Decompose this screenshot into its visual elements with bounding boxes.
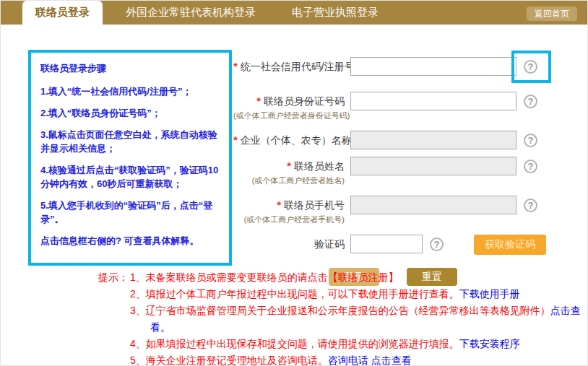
tab-e-license-login[interactable]: 电子营业执照登录	[279, 1, 392, 25]
steps-title: 联络员登录步骤	[40, 61, 220, 75]
enterprise-name-input[interactable]	[350, 131, 516, 149]
top-tab-bar: 联络员登录 外国企业常驻代表机构登录 电子营业执照登录 返回首页	[1, 1, 587, 25]
required-asterisk: *	[233, 134, 238, 146]
notice-item-3: 3、辽宁省市场监督管理局关于企业报送和公示年度报告的公告（经营异常移出等表格见附…	[130, 302, 581, 336]
tab-foreign-enterprise-login[interactable]: 外国企业常驻代表机构登录	[113, 1, 269, 25]
tab-liaison-login[interactable]: 联络员登录	[22, 1, 103, 25]
notice-item-2: 2、填报过个体工商户年报过程中出现问题，可以下载使用手册进行查看。下载使用手册	[130, 286, 581, 302]
id-number-label: 联络员身份证号码	[264, 95, 345, 107]
steps-footer: 点击信息框右侧的? 可查看具体解释。	[40, 234, 220, 248]
help-icon[interactable]: ?	[524, 199, 537, 212]
download-installer-link[interactable]: 下载安装程序	[459, 338, 520, 349]
step-3: 3.鼠标点击页面任意空白处，系统自动核验并显示相关信息；	[40, 128, 220, 155]
id-number-input[interactable]	[350, 92, 516, 110]
notice-item-1: 1、未备案联络员或需要变更联络员的请点击【联络员注册】	[130, 269, 581, 286]
notices-prefix: 提示：	[98, 269, 129, 286]
required-asterisk: *	[256, 95, 261, 107]
step-4: 4.核验通过后点击“获取验证码”，验证码10分钟内有效，60秒后可重新获取；	[40, 163, 220, 191]
enterprise-name-label: 企业（个体、农专）名称	[241, 134, 352, 146]
form-row-enterprise-name: *企业（个体、农专）名称 ?	[233, 131, 584, 149]
help-icon[interactable]: ?	[524, 160, 537, 173]
id-number-sublabel: (或个体工商户经营者身份证号码)	[233, 110, 345, 121]
step-1: 1.填入“统一社会信用代码/注册号”；	[40, 84, 220, 98]
mobile-input[interactable]	[350, 196, 516, 214]
help-icon[interactable]: ?	[430, 238, 444, 251]
captcha-input[interactable]	[350, 235, 423, 253]
login-form: *统一社会信用代码/注册号 ? *联络员身份证号码 (或个体工商户经营者身份证号…	[233, 57, 584, 286]
credit-code-help-highlight: ?	[524, 57, 537, 76]
login-page: 联络员登录 外国企业常驻代表机构登录 电子营业执照登录 返回首页 联络员登录步骤…	[0, 0, 588, 366]
download-manual-link[interactable]: 下载使用手册	[459, 288, 520, 300]
notice-item-4: 4、如果填报过程中出现保存和提交问题，请使用提供的浏览器进行填报。下载安装程序	[130, 336, 581, 352]
contact-name-input[interactable]	[350, 157, 516, 175]
form-row-id-number: *联络员身份证号码 (或个体工商户经营者身份证号码) ?	[233, 92, 584, 121]
contact-name-sublabel: (或个体工商户经营者姓名)	[233, 175, 345, 186]
required-asterisk: *	[277, 199, 281, 211]
mobile-label: 联络员手机号	[284, 199, 345, 211]
help-icon[interactable]: ?	[524, 134, 537, 147]
credit-code-label: 统一社会信用代码/注册号	[241, 61, 355, 72]
notice-item-5: 5、海关企业注册登记受理地址及咨询电话。咨询电话 点击查看	[130, 352, 581, 366]
form-row-credit-code: *统一社会信用代码/注册号 ?	[233, 57, 584, 76]
form-row-captcha: 验证码 ? 获取验证码	[233, 235, 584, 255]
form-row-mobile: *联络员手机号 (或个体工商户经营者手机号) ?	[233, 196, 584, 225]
help-icon[interactable]: ?	[524, 60, 537, 74]
step-5: 5.填入您手机收到的“验证码”后，点击“登录”。	[40, 199, 220, 226]
captcha-label: 验证码	[233, 235, 345, 253]
step-2: 2.填入“联络员身份证号码”；	[40, 106, 220, 120]
return-home-button[interactable]: 返回首页	[527, 6, 577, 21]
customs-phone-link[interactable]: 咨询电话 点击查看	[328, 354, 412, 366]
contact-name-label: 联络员姓名	[294, 160, 345, 172]
credit-code-input[interactable]	[350, 57, 516, 76]
required-asterisk: *	[287, 160, 291, 172]
login-steps-box: 联络员登录步骤 1.填入“统一社会信用代码/注册号”； 2.填入“联络员身份证号…	[28, 50, 232, 266]
form-row-contact-name: *联络员姓名 (或个体工商户经营者姓名) ?	[233, 157, 584, 186]
mobile-sublabel: (或个体工商户经营者手机号)	[233, 214, 345, 225]
required-asterisk: *	[233, 60, 238, 72]
help-icon[interactable]: ?	[524, 95, 537, 108]
get-captcha-button[interactable]: 获取验证码	[474, 235, 546, 255]
notices-section: 提示： 1、未备案联络员或需要变更联络员的请点击【联络员注册】 2、填报过个体工…	[98, 269, 581, 366]
